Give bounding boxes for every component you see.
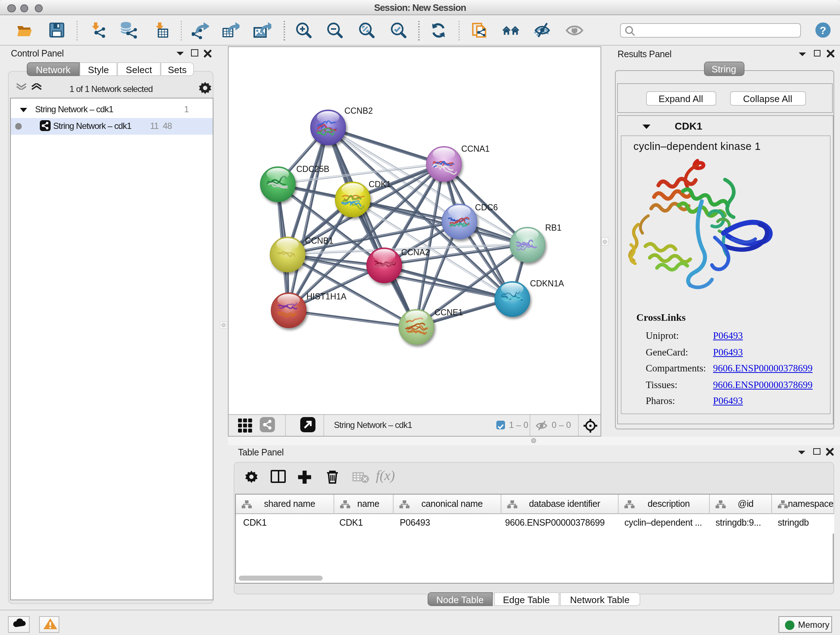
svg-text:CDC25B: CDC25B xyxy=(296,164,329,173)
svg-text:RB1: RB1 xyxy=(545,223,561,232)
svg-text:CDC6: CDC6 xyxy=(475,203,497,212)
svg-text:CCNB1: CCNB1 xyxy=(305,236,333,245)
svg-text:CDK1: CDK1 xyxy=(368,179,391,188)
svg-text:CCNE1: CCNE1 xyxy=(434,307,463,317)
svg-text:HIST1H1A: HIST1H1A xyxy=(306,291,346,301)
svg-text:CCNA2: CCNA2 xyxy=(401,247,429,257)
svg-text:CDKN1A: CDKN1A xyxy=(530,279,564,288)
svg-text:CCNA1: CCNA1 xyxy=(461,144,489,153)
svg-text:CCNB2: CCNB2 xyxy=(344,106,373,115)
